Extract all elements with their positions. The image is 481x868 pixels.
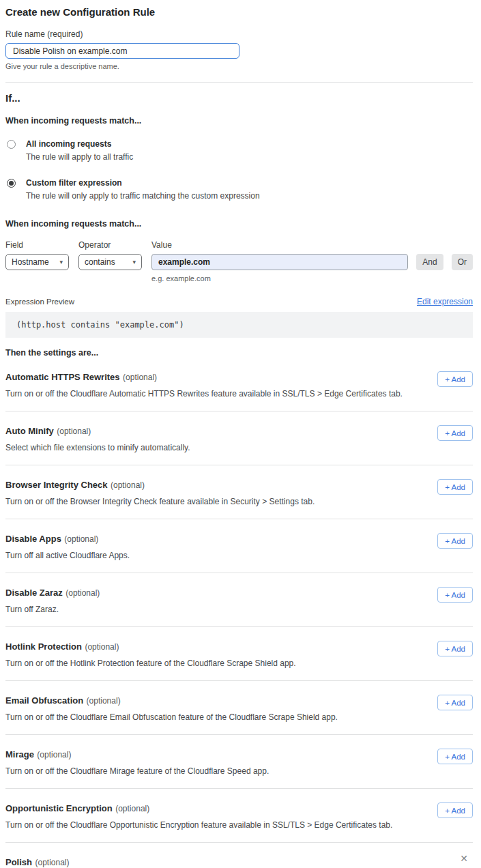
setting-row-hotlink-protection: Hotlink Protection (optional) Turn on or…	[5, 627, 473, 681]
setting-description: Turn on or off the Cloudflare Automatic …	[5, 389, 473, 399]
setting-name: Auto Minify	[5, 426, 54, 436]
setting-description: Turn on or off the Cloudflare Opportunis…	[5, 820, 473, 830]
add-button[interactable]: + Add	[437, 587, 473, 603]
setting-description: Turn on or off the Hotlink Protection fe…	[5, 659, 473, 668]
rule-name-input[interactable]	[5, 43, 239, 59]
add-button[interactable]: + Add	[437, 641, 473, 656]
add-button[interactable]: + Add	[437, 479, 473, 495]
divider	[5, 82, 473, 83]
field-select[interactable]: Hostname ▾	[5, 254, 69, 270]
rule-name-group: Rule name (required) Give your rule a de…	[5, 29, 473, 70]
optional-tag: (optional)	[37, 750, 71, 760]
setting-row-browser-integrity-check: Browser Integrity Check (optional) Turn …	[5, 465, 473, 519]
expression-preview-code: (http.host contains "example.com")	[5, 312, 473, 338]
and-button[interactable]: And	[416, 254, 443, 270]
field-select-value: Hostname	[12, 257, 49, 267]
rule-name-helper: Give your rule a descriptive name.	[5, 62, 473, 70]
setting-name: Automatic HTTPS Rewrites	[5, 372, 120, 382]
match-heading: When incoming requests match...	[5, 116, 473, 126]
setting-description: Turn off all active Cloudflare Apps.	[5, 551, 473, 560]
setting-name: Opportunistic Encryption	[5, 803, 113, 813]
setting-description: Turn off Zaraz.	[5, 605, 473, 614]
close-icon[interactable]: ✕	[460, 854, 468, 863]
radio-custom-description: The rule will only apply to traffic matc…	[26, 191, 260, 201]
or-button[interactable]: Or	[452, 254, 473, 270]
setting-name: Disable Apps	[5, 534, 61, 544]
setting-description: Turn on or off the Cloudflare Email Obfu…	[5, 712, 473, 722]
radio-all-label: All incoming requests	[26, 139, 133, 149]
operator-label: Operator	[78, 240, 142, 250]
setting-name: Browser Integrity Check	[5, 480, 108, 490]
setting-name: Hotlink Protection	[5, 641, 82, 652]
operator-select[interactable]: contains ▾	[78, 254, 142, 270]
setting-name: Polish	[5, 857, 32, 867]
add-button[interactable]: + Add	[437, 695, 473, 710]
setting-row-polish: Polish (optional) ✕ Change the settings …	[5, 843, 473, 868]
setting-row-disable-zaraz: Disable Zaraz (optional) Turn off Zaraz.…	[5, 573, 473, 627]
expression-preview-header: Expression Preview Edit expression	[5, 297, 473, 306]
setting-description: Turn on or off the Browser Integrity Che…	[5, 497, 473, 506]
chevron-down-icon: ▾	[59, 259, 63, 265]
add-button[interactable]: + Add	[437, 533, 473, 549]
edit-expression-link[interactable]: Edit expression	[417, 297, 473, 306]
setting-name: Mirage	[5, 749, 34, 760]
chevron-down-icon: ▾	[132, 259, 136, 265]
setting-row-mirage: Mirage (optional) Turn on or off the Clo…	[5, 735, 473, 789]
add-button[interactable]: + Add	[437, 802, 473, 818]
optional-tag: (optional)	[57, 426, 91, 436]
value-helper: e.g. example.com	[151, 274, 473, 283]
setting-row-disable-apps: Disable Apps (optional) Turn off all act…	[5, 519, 473, 573]
setting-name: Disable Zaraz	[5, 588, 63, 598]
optional-tag: (optional)	[115, 804, 149, 813]
optional-tag: (optional)	[87, 696, 121, 706]
field-label: Field	[5, 240, 69, 250]
add-button[interactable]: + Add	[437, 371, 473, 387]
optional-tag: (optional)	[85, 642, 119, 652]
optional-tag: (optional)	[123, 373, 157, 382]
setting-row-opportunistic-encryption: Opportunistic Encryption (optional) Turn…	[5, 789, 473, 843]
radio-custom-filter-expression[interactable]: Custom filter expression The rule will o…	[5, 178, 473, 201]
optional-tag: (optional)	[35, 858, 69, 867]
value-input[interactable]	[151, 254, 408, 270]
setting-row-email-obfuscation: Email Obfuscation (optional) Turn on or …	[5, 681, 473, 735]
add-button[interactable]: + Add	[437, 425, 473, 441]
expression-preview-label: Expression Preview	[5, 298, 74, 306]
operator-select-value: contains	[85, 257, 115, 267]
radio-selected-icon[interactable]	[7, 179, 16, 188]
optional-tag: (optional)	[65, 588, 100, 598]
settings-heading: Then the settings are...	[5, 348, 473, 358]
builder-row: Hostname ▾ contains ▾ And Or	[5, 254, 473, 270]
optional-tag: (optional)	[64, 534, 98, 544]
radio-unselected-icon[interactable]	[7, 140, 16, 149]
value-label: Value	[151, 240, 473, 250]
radio-all-description: The rule will apply to all traffic	[26, 152, 133, 162]
setting-description: Turn on or off the Cloudflare Mirage fea…	[5, 766, 473, 776]
if-heading: If...	[5, 92, 473, 104]
setting-name: Email Obfuscation	[5, 695, 83, 706]
setting-row-auto-minify: Auto Minify (optional) Select which file…	[5, 411, 473, 465]
radio-all-incoming-requests[interactable]: All incoming requests The rule will appl…	[5, 139, 473, 162]
builder-heading: When incoming requests match...	[5, 219, 473, 229]
setting-description: Select which file extensions to minify a…	[5, 443, 473, 452]
builder-labels: Field Operator Value	[5, 240, 473, 250]
radio-custom-label: Custom filter expression	[26, 178, 260, 188]
add-button[interactable]: + Add	[437, 749, 473, 764]
page-title: Create new Configuration Rule	[5, 6, 473, 18]
setting-row-automatic-https-rewrites: Automatic HTTPS Rewrites (optional) Turn…	[5, 358, 473, 411]
optional-tag: (optional)	[111, 480, 145, 490]
rule-name-label: Rule name (required)	[5, 29, 473, 39]
create-configuration-rule-page: Create new Configuration Rule Rule name …	[0, 0, 481, 868]
